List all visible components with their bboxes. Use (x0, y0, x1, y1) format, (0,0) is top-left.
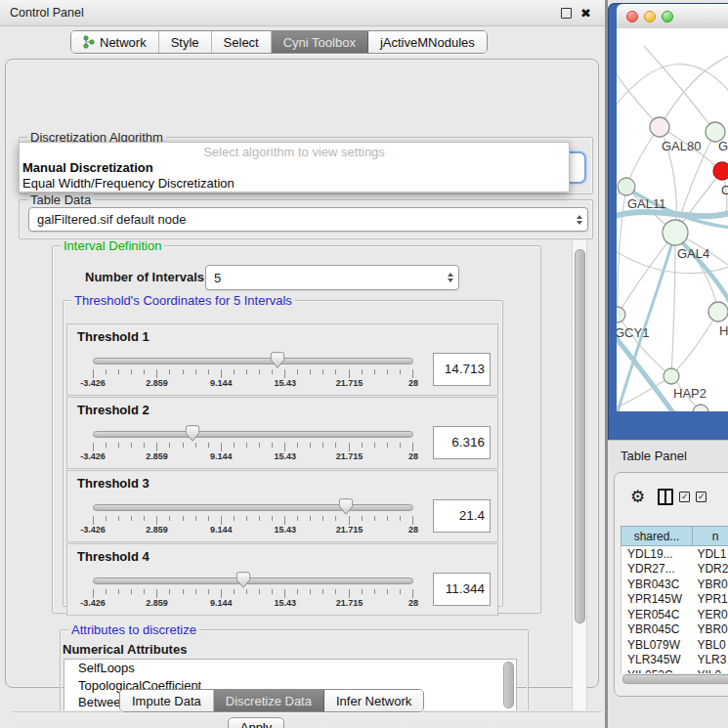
table-cell[interactable]: YLR345W (621, 653, 693, 666)
float-window-icon[interactable] (561, 8, 572, 19)
table-cell[interactable]: YBL0 (693, 638, 728, 652)
apply-button[interactable]: Apply (228, 717, 284, 728)
network-node[interactable] (650, 117, 669, 137)
table-row[interactable]: YBR045CYBR0 (621, 622, 728, 638)
close-window-icon[interactable]: ✖ (580, 7, 591, 20)
network-node[interactable] (708, 302, 728, 321)
network-node[interactable] (663, 220, 688, 245)
tick-label: -3.426 (80, 598, 106, 608)
network-node[interactable] (618, 178, 635, 195)
tab-style[interactable]: Style (159, 31, 212, 53)
threshold-slider[interactable] (93, 358, 413, 365)
node-label: HAP2 (673, 386, 707, 401)
scrollbar-thumb[interactable] (622, 674, 728, 684)
numerical-attributes-label: Numerical Attributes (63, 642, 187, 657)
table-cell[interactable]: YLR3 (693, 653, 728, 666)
table-row[interactable]: YDL19...YDL1 (621, 546, 728, 562)
table-cell[interactable]: YIL052C (621, 668, 693, 673)
threshold-value-field[interactable]: 14.713 (433, 353, 491, 386)
threshold-slider[interactable] (93, 431, 413, 439)
dropdown-option-equal-width-frequency-discretization[interactable]: Equal Width/Frequency Discretization (20, 176, 569, 192)
dropdown-option-manual-discretization[interactable]: Manual Discretization (20, 160, 569, 176)
tab-select[interactable]: Select (212, 31, 272, 53)
slider-track[interactable] (93, 431, 413, 438)
table-cell[interactable]: YBR0 (693, 622, 728, 636)
tick-label: -3.426 (80, 525, 106, 535)
tab-infer-network[interactable]: Infer Network (324, 690, 423, 711)
table-row[interactable]: YLR345WYLR3 (621, 653, 728, 668)
tab-discretize-data[interactable]: Discretize Data (214, 690, 324, 711)
table-row[interactable]: YDR27...YDR2 (621, 562, 728, 578)
table-row[interactable]: YPR145WYPR1 (621, 592, 728, 608)
group-title: Threshold's Coordinates for 5 Intervals (71, 293, 295, 308)
group-title: Table Data (27, 193, 94, 207)
node-label: GAL11 (627, 196, 666, 211)
slider-track[interactable] (93, 578, 413, 584)
network-node[interactable] (617, 307, 625, 322)
threshold-value-field[interactable]: 21.4 (433, 499, 491, 533)
table-cell[interactable]: YDR2 (693, 562, 728, 576)
table-cell[interactable]: YBR043C (621, 578, 693, 591)
gear-icon[interactable]: ⚙ (630, 489, 645, 505)
column-header-1[interactable]: shared... (621, 526, 693, 546)
threshold-slider[interactable] (93, 578, 413, 585)
table-cell[interactable]: YPR1 (693, 592, 728, 606)
threshold-value-field[interactable]: 6.316 (433, 426, 491, 459)
table-cell[interactable]: YBR045C (621, 622, 693, 636)
table-cell[interactable]: YIL0 (693, 668, 728, 673)
network-window-titlebar (617, 4, 728, 29)
table-cell[interactable]: YPR145W (621, 592, 693, 606)
network-edge (618, 187, 626, 315)
list-scrollbar[interactable] (503, 662, 514, 708)
threshold-value-field[interactable]: 11.344 (433, 573, 491, 606)
network-canvas[interactable]: GAL80GACGAL11GAL4GCY1HHAP2 (617, 28, 728, 411)
network-node[interactable] (713, 162, 728, 180)
close-traffic-light-icon[interactable] (626, 11, 638, 22)
table-cell[interactable]: YBR0 (693, 578, 728, 591)
tab-cyni-toolbox[interactable]: Cyni Toolbox (272, 31, 368, 53)
dropdown-placeholder-item[interactable]: Select algorithm to view settings (20, 143, 569, 160)
tick-label: 2.859 (146, 525, 168, 535)
tab-label: Network (100, 35, 147, 50)
combo-arrows-icon (572, 215, 587, 225)
network-view-window: GAL80GACGAL11GAL4GCY1HHAP2 (608, 3, 728, 440)
threshold-slider[interactable] (93, 504, 413, 512)
algorithm-dropdown-popup: Select algorithm to view settings Manual… (19, 142, 570, 193)
slider-track[interactable] (93, 504, 413, 511)
panel-scrollbar[interactable] (572, 240, 587, 710)
table-horizontal-scrollbar[interactable] (620, 674, 728, 683)
show-columns-icon[interactable] (658, 489, 673, 505)
zoom-traffic-light-icon[interactable] (662, 11, 673, 22)
table-data-combobox[interactable]: galFiltered.sif default node (28, 207, 588, 232)
table-cell[interactable]: YER0 (693, 608, 728, 621)
tab-jactivemnodules[interactable]: jActiveMNodules (368, 31, 487, 53)
table-row[interactable]: YBL079WYBL0 (621, 637, 728, 653)
select-none-icon[interactable]: ✓ (696, 492, 707, 502)
tab-label: Impute Data (132, 694, 201, 708)
column-header-2[interactable]: n (693, 526, 728, 546)
scrollbar-thumb[interactable] (575, 249, 585, 623)
tab-impute-data[interactable]: Impute Data (120, 690, 214, 711)
tab-network[interactable]: Network (71, 31, 159, 53)
table-cell[interactable]: YDL19... (621, 547, 693, 561)
minimize-traffic-light-icon[interactable] (644, 11, 656, 22)
table-cell[interactable]: YDL1 (693, 547, 728, 561)
tick-label: 21.715 (336, 598, 364, 608)
attribute-item-selfloops[interactable]: SelfLoops (64, 660, 516, 677)
slider-track[interactable] (93, 358, 413, 364)
tab-label: Select (224, 35, 259, 50)
tab-label: Cyni Toolbox (283, 35, 356, 50)
table-row[interactable]: YIL052CYIL0 (621, 667, 728, 673)
table-toolbar: ⚙ ✓ ✓ (615, 473, 728, 520)
select-all-icon[interactable]: ✓ (679, 492, 690, 502)
tab-label: jActiveMNodules (380, 35, 475, 50)
number-of-intervals-combobox[interactable]: 5 (205, 265, 459, 290)
table-panel-titlebar: Table Panel (608, 440, 728, 470)
table-cell[interactable]: YER054C (621, 608, 693, 621)
tick-label: -3.426 (80, 451, 106, 461)
table-cell[interactable]: YDR27... (621, 562, 693, 576)
network-node[interactable] (664, 368, 679, 384)
table-cell[interactable]: YBL079W (621, 638, 693, 652)
table-row[interactable]: YBR043CYBR0 (621, 577, 728, 592)
table-row[interactable]: YER054CYER0 (621, 607, 728, 622)
